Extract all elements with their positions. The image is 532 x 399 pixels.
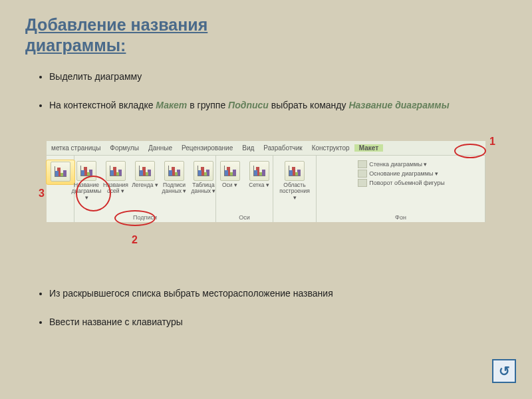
grid-button[interactable]: Сетка ▾ xyxy=(245,160,273,188)
ribbon-group-background: Стенка диаграммы ▾ Основание диаграммы ▾… xyxy=(317,156,485,222)
tab-page-layout[interactable]: метка страницы xyxy=(47,144,105,152)
tab-formulas[interactable]: Формулы xyxy=(105,144,144,152)
chart-wall-button[interactable]: Стенка диаграммы ▾ xyxy=(358,160,444,168)
floor-icon xyxy=(358,170,367,178)
tab-layout[interactable]: Макет xyxy=(354,144,383,152)
chart-icon xyxy=(194,161,213,181)
rotation-3d-button[interactable]: Поворот объемной фигуры xyxy=(358,179,444,187)
tab-developer[interactable]: Разработчик xyxy=(259,144,307,152)
slide-title: Добавление названия диаграммы: xyxy=(25,15,207,57)
ribbon-screenshot: метка страницы Формулы Данные Рецензиров… xyxy=(47,141,485,222)
tab-view[interactable]: Вид xyxy=(237,144,259,152)
tab-constructor[interactable]: Конструктор xyxy=(307,144,354,152)
legend-button[interactable]: Легенда ▾ xyxy=(131,160,159,201)
tab-review[interactable]: Рецензирование xyxy=(177,144,237,152)
instruction-list-top: Выделить диаграмму На контекстной вкладк… xyxy=(37,70,469,128)
chart-floor-button[interactable]: Основание диаграммы ▾ xyxy=(358,170,444,178)
chart-icon xyxy=(220,161,240,181)
annotation-number-3: 3 xyxy=(39,188,45,200)
return-button[interactable]: ↺ xyxy=(492,359,516,383)
data-labels-button[interactable]: Подписи данных ▾ xyxy=(160,160,188,201)
chart-title-button[interactable]: Название диаграммы ▾ xyxy=(72,160,100,201)
rotation-icon xyxy=(358,179,367,187)
bullet-1: Выделить диаграмму xyxy=(49,70,469,83)
plot-area-button[interactable]: Область построения ▾ xyxy=(280,160,309,201)
bullet-2: На контекстной вкладке Макет в группе По… xyxy=(49,99,469,112)
bullet-3: Из раскрывшегося списка выбрать месторас… xyxy=(49,287,469,300)
chart-icon xyxy=(135,161,155,181)
tab-data[interactable]: Данные xyxy=(144,144,177,152)
axes-button[interactable]: Оси ▾ xyxy=(216,160,244,188)
chart-icon xyxy=(76,161,96,181)
annotation-number-1: 1 xyxy=(489,136,495,148)
instruction-list-bottom: Из раскрывшегося списка выбрать месторас… xyxy=(37,287,469,344)
bullet-4: Ввести название с клавиатуры xyxy=(49,316,469,329)
chart-icon xyxy=(249,161,269,181)
chart-icon xyxy=(285,161,305,181)
ribbon-tabs: метка страницы Формулы Данные Рецензиров… xyxy=(47,141,485,156)
wall-icon xyxy=(358,160,367,168)
chart-icon xyxy=(51,162,70,182)
ribbon-group-plot: Область построения ▾ xyxy=(273,156,317,222)
return-icon: ↺ xyxy=(499,363,510,379)
group-label-podpisi: Подписи xyxy=(74,214,215,221)
ribbon-group-labels: Название диаграммы ▾ Названия осей ▾ Лег… xyxy=(74,156,216,222)
axis-titles-button[interactable]: Названия осей ▾ xyxy=(102,160,130,201)
group-label-fon: Фон xyxy=(317,214,485,221)
group-label-osi: Оси xyxy=(216,214,273,221)
chart-icon xyxy=(106,161,126,181)
chart-icon xyxy=(164,161,184,181)
annotation-number-2: 2 xyxy=(132,234,138,246)
ribbon-group-axes: Оси ▾ Сетка ▾ Оси xyxy=(216,156,273,222)
